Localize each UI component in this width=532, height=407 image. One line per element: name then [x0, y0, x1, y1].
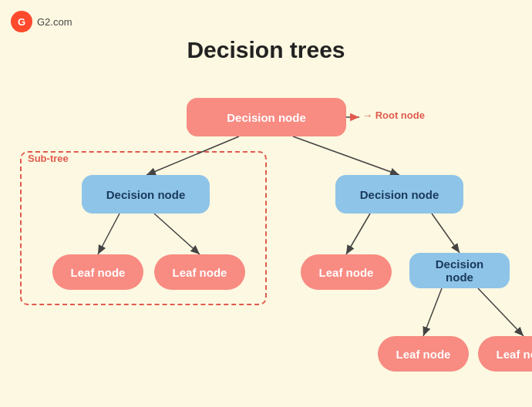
svg-line-4 — [293, 136, 399, 175]
root-decision-node: Decision node — [187, 98, 346, 136]
svg-line-9 — [423, 288, 442, 336]
leaf-node-rbr: Leaf node — [478, 336, 532, 372]
subtree-label: Sub-tree — [25, 153, 72, 164]
svg-line-10 — [478, 288, 524, 336]
page-title: Decision trees — [0, 37, 532, 63]
leaf-node-lr: Leaf node — [154, 254, 245, 290]
g2-symbol: G — [18, 16, 25, 28]
g2-domain: G2.com — [37, 16, 72, 28]
root-node-label: → Root node — [362, 109, 425, 121]
right-bottom-decision-node: Decision node — [409, 253, 510, 288]
leaf-node-ll: Leaf node — [52, 254, 143, 290]
leaf-node-rl: Leaf node — [301, 254, 392, 290]
leaf-node-rbl: Leaf node — [378, 336, 469, 372]
right-mid-decision-node: Decision node — [335, 175, 463, 214]
g2-logo: G — [11, 11, 32, 32]
left-mid-decision-node: Decision node — [82, 175, 210, 214]
logo-area: G G2.com — [11, 11, 72, 32]
svg-line-8 — [432, 214, 460, 253]
svg-line-7 — [346, 214, 370, 254]
